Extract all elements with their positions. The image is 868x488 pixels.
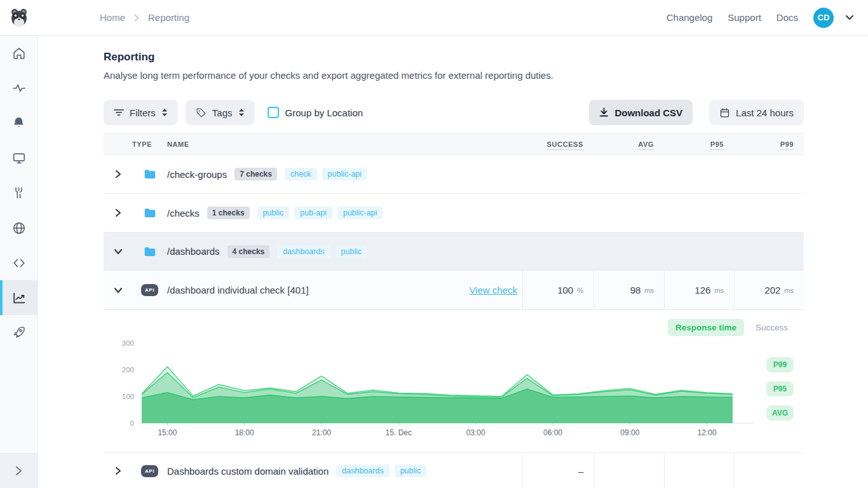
expand-chevron-icon[interactable] bbox=[104, 170, 132, 179]
legend-avg[interactable]: AVG bbox=[766, 405, 794, 421]
filter-icon bbox=[114, 108, 124, 117]
response-time-chart: Response time Success 010020030015:0018:… bbox=[104, 310, 804, 453]
toolbar: Filters Tags Group by Location Download … bbox=[104, 100, 804, 125]
svg-text:100: 100 bbox=[122, 393, 134, 400]
date-range-selector[interactable]: Last 24 hours bbox=[709, 100, 804, 125]
col-header-success[interactable]: Success bbox=[547, 140, 583, 150]
tag-pill[interactable]: public bbox=[257, 207, 290, 219]
group-name[interactable]: /dashboards bbox=[167, 246, 220, 257]
checkly-logo[interactable] bbox=[9, 8, 29, 28]
sidebar-item-snippets[interactable] bbox=[0, 245, 37, 280]
chevron-down-icon[interactable] bbox=[845, 15, 854, 20]
sidebar-item-home[interactable] bbox=[0, 36, 37, 71]
download-csv-button[interactable]: Download CSV bbox=[589, 100, 693, 125]
table-row-checks: /checks 1 checks public pub-api public-a… bbox=[104, 194, 804, 233]
p95-cell: 126 ms bbox=[664, 271, 734, 309]
tag-pill[interactable]: dashboards bbox=[277, 245, 330, 258]
svg-text:21:00: 21:00 bbox=[312, 428, 331, 437]
svg-text:15. Dec: 15. Dec bbox=[386, 428, 412, 437]
col-header-type: Type bbox=[132, 140, 167, 148]
success-cell: – bbox=[522, 453, 593, 488]
group-by-location-checkbox[interactable]: Group by Location bbox=[268, 107, 363, 118]
page-subtitle: Analyse long term performance of your ch… bbox=[104, 70, 804, 81]
svg-text:200: 200 bbox=[122, 366, 134, 374]
svg-text:06:00: 06:00 bbox=[543, 428, 562, 437]
legend-p99[interactable]: P99 bbox=[766, 357, 794, 372]
main-content: Reporting Analyse long term performance … bbox=[38, 36, 868, 488]
tag-pill[interactable]: public-api bbox=[337, 207, 383, 219]
success-cell: 100 % bbox=[522, 271, 593, 309]
bell-icon bbox=[12, 116, 25, 130]
changelog-link[interactable]: Changelog bbox=[667, 12, 713, 23]
chart-legend: P99 P95 AVG bbox=[766, 357, 794, 421]
download-csv-label: Download CSV bbox=[614, 107, 682, 118]
expand-chevron-icon[interactable] bbox=[104, 208, 132, 217]
avg-cell bbox=[593, 453, 664, 488]
group-name[interactable]: /check-groups bbox=[167, 169, 227, 180]
sidebar-item-maintenance[interactable] bbox=[0, 175, 37, 210]
sidebar-item-checks[interactable] bbox=[0, 71, 37, 105]
folder-icon bbox=[143, 167, 157, 181]
p95-cell bbox=[664, 453, 734, 488]
area-chart: 010020030015:0018:0021:0015. Dec03:0006:… bbox=[104, 338, 758, 440]
sidebar-item-reporting[interactable] bbox=[0, 280, 37, 315]
top-bar: Home Reporting Changelog Support Docs CD bbox=[0, 0, 868, 36]
chart-line-icon bbox=[12, 291, 26, 305]
legend-p95[interactable]: P95 bbox=[766, 381, 794, 396]
avatar[interactable]: CD bbox=[813, 8, 834, 28]
p99-cell bbox=[734, 453, 804, 488]
sort-arrows-icon bbox=[161, 108, 168, 117]
folder-icon bbox=[143, 206, 157, 220]
breadcrumb-current: Reporting bbox=[148, 12, 189, 23]
breadcrumb: Home Reporting bbox=[100, 12, 189, 23]
table-row-check-groups: /check-groups 7 checks check public-api bbox=[104, 155, 804, 194]
tag-pill[interactable]: check bbox=[285, 168, 317, 180]
sidebar bbox=[0, 36, 38, 488]
col-header-p99[interactable]: P99 bbox=[780, 140, 794, 150]
filters-dropdown[interactable]: Filters bbox=[104, 100, 178, 125]
svg-text:300: 300 bbox=[122, 339, 134, 347]
group-name[interactable]: /checks bbox=[167, 208, 200, 219]
tools-icon bbox=[12, 186, 25, 200]
code-icon bbox=[12, 256, 26, 270]
filters-label: Filters bbox=[130, 107, 156, 118]
api-type-badge: API bbox=[141, 284, 158, 296]
check-row-dashboard-individual: API /dashboard individual check [401] Vi… bbox=[104, 271, 804, 310]
expand-chevron-icon[interactable] bbox=[104, 466, 132, 475]
tag-pill[interactable]: public bbox=[395, 464, 427, 477]
toggle-response-time[interactable]: Response time bbox=[668, 319, 744, 336]
svg-text:18:00: 18:00 bbox=[235, 428, 254, 437]
support-link[interactable]: Support bbox=[728, 12, 761, 23]
group-by-location-label: Group by Location bbox=[285, 107, 363, 118]
tag-pill[interactable]: pub-api bbox=[294, 207, 332, 219]
chevron-right-icon bbox=[15, 466, 22, 476]
sidebar-item-dashboards[interactable] bbox=[0, 140, 37, 175]
table-header: Type Name Success Avg P95 P99 bbox=[104, 133, 804, 155]
api-type-badge: API bbox=[141, 465, 158, 477]
sidebar-item-quickstart[interactable] bbox=[0, 315, 37, 350]
tags-dropdown[interactable]: Tags bbox=[186, 100, 255, 125]
sidebar-item-alerts[interactable] bbox=[0, 105, 37, 140]
tag-pill[interactable]: public bbox=[336, 245, 368, 258]
calendar-icon bbox=[719, 107, 730, 118]
check-name[interactable]: Dashboards custom domain validation bbox=[167, 466, 329, 477]
view-check-link[interactable]: View check bbox=[469, 285, 517, 295]
avg-cell: 98 ms bbox=[593, 271, 664, 309]
sidebar-expand-toggle[interactable] bbox=[0, 453, 37, 488]
tag-pill[interactable]: dashboards bbox=[336, 464, 389, 477]
check-name[interactable]: /dashboard individual check [401] bbox=[167, 285, 309, 295]
docs-link[interactable]: Docs bbox=[776, 12, 798, 23]
collapse-chevron-icon[interactable] bbox=[104, 287, 132, 294]
sidebar-item-private-locations[interactable] bbox=[0, 210, 37, 245]
col-header-p95[interactable]: P95 bbox=[710, 140, 724, 150]
collapse-chevron-icon[interactable] bbox=[104, 248, 132, 255]
tag-pill[interactable]: public-api bbox=[322, 168, 368, 180]
col-header-avg[interactable]: Avg bbox=[638, 140, 654, 150]
svg-text:09:00: 09:00 bbox=[620, 428, 639, 437]
check-count-badge: 7 checks bbox=[234, 168, 277, 180]
chevron-right-icon bbox=[134, 14, 139, 22]
breadcrumb-home-link[interactable]: Home bbox=[100, 12, 125, 23]
toggle-success[interactable]: Success bbox=[756, 323, 788, 332]
home-icon bbox=[12, 46, 26, 60]
svg-text:15:00: 15:00 bbox=[158, 428, 177, 437]
